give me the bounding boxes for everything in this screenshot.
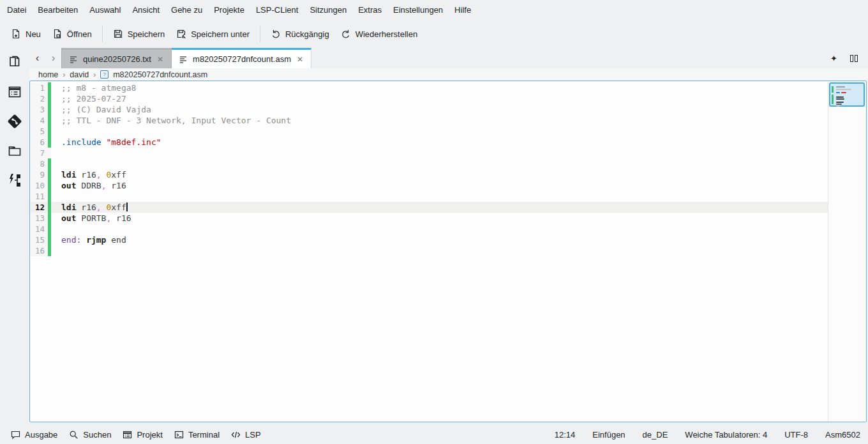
line-number[interactable]: 2	[30, 93, 48, 104]
menu-hilfe[interactable]: Hilfe	[449, 0, 477, 20]
line-number[interactable]: 15	[30, 234, 48, 245]
menu-gehe-zu[interactable]: Gehe zu	[165, 0, 208, 20]
project-toolview-button[interactable]: Projekt	[117, 428, 168, 441]
open-button-label: Öffnen	[67, 29, 92, 39]
sidebar-item-git[interactable]	[5, 113, 24, 130]
encoding[interactable]: UTF-8	[784, 430, 808, 440]
insert-mode[interactable]: Einfügen	[592, 430, 625, 440]
code-line[interactable]: 12ldi r16, 0xff	[30, 202, 828, 213]
line-number[interactable]: 12	[30, 202, 48, 213]
open-button[interactable]: Öffnen	[47, 25, 98, 43]
save-button[interactable]: Speichern	[107, 25, 171, 43]
line-number[interactable]: 10	[30, 180, 48, 191]
tab-close-button[interactable]: ✕	[156, 55, 164, 64]
line-number[interactable]: 8	[30, 158, 48, 169]
cursor-position[interactable]: 12:14	[555, 430, 576, 440]
new-button-label: Neu	[26, 29, 41, 39]
line-number[interactable]: 3	[30, 104, 48, 115]
code-line[interactable]: 5	[30, 126, 828, 137]
minimap-scrollbar[interactable]	[828, 81, 866, 422]
breadcrumb-filename[interactable]: m820250727dnfcount.asm	[113, 70, 207, 79]
code-line-text[interactable]: ;; (C) David Vajda	[51, 104, 828, 115]
sidebar-item-filesystem[interactable]	[5, 142, 24, 159]
code-line[interactable]: 2;; 2025-07-27	[30, 93, 828, 104]
code-line[interactable]: 3;; (C) David Vajda	[30, 104, 828, 115]
menu-ansicht[interactable]: Ansicht	[126, 0, 165, 20]
tab-close-button[interactable]: ✕	[296, 55, 304, 64]
code-line-text[interactable]: out DDRB, r16	[51, 180, 828, 191]
undo-button[interactable]: Rückgängig	[265, 25, 335, 43]
split-view-icon[interactable]	[850, 55, 858, 62]
code-line[interactable]: 16	[30, 245, 828, 256]
editor-lines[interactable]: 1;; m8 - atmega82;; 2025-07-273;; (C) Da…	[30, 81, 828, 422]
terminal-toolview-button[interactable]: Terminal	[168, 428, 225, 441]
menu-datei[interactable]: Datei	[1, 0, 32, 20]
line-number[interactable]: 16	[30, 245, 48, 256]
code-line-text[interactable]: ldi r16, 0xff	[51, 202, 828, 213]
text-cursor	[126, 203, 128, 211]
lsp-toolview-button[interactable]: LSP	[225, 428, 267, 441]
code-line[interactable]: 13out PORTB, r16	[30, 213, 828, 224]
redo-button[interactable]: Wiederherstellen	[335, 25, 424, 43]
code-line[interactable]: 14	[30, 224, 828, 234]
line-number[interactable]: 6	[30, 137, 48, 148]
code-line-text[interactable]: ;; 2025-07-27	[51, 93, 828, 104]
code-line[interactable]: 4;; TTL - DNF - 3 Network, Input Vector …	[30, 115, 828, 126]
code-line-text[interactable]	[51, 224, 828, 234]
code-line[interactable]: 6.include "m8def.inc"	[30, 137, 828, 148]
code-line-text[interactable]: ldi r16, 0xff	[51, 169, 828, 180]
code-line[interactable]: 7	[30, 148, 828, 158]
line-number[interactable]: 9	[30, 169, 48, 180]
code-line-text[interactable]: ;; m8 - atmega8	[51, 82, 828, 93]
menu-auswahl[interactable]: Auswahl	[84, 0, 126, 20]
line-number[interactable]: 14	[30, 224, 48, 234]
code-line-text[interactable]	[51, 158, 828, 169]
code-line[interactable]: 10out DDRB, r16	[30, 180, 828, 191]
tab-m820250727dnfcount[interactable]: m820250727dnfcount.asm ✕	[172, 48, 311, 68]
syntax-mode[interactable]: Asm6502	[825, 430, 860, 440]
line-number[interactable]: 5	[30, 126, 48, 137]
new-document-icon	[11, 29, 21, 39]
new-button[interactable]: Neu	[5, 25, 47, 43]
line-number[interactable]: 11	[30, 191, 48, 202]
sidebar-item-symbols[interactable]	[5, 84, 24, 100]
menu-projekte[interactable]: Projekte	[208, 0, 250, 20]
breadcrumb-home[interactable]: home	[38, 70, 58, 79]
line-number[interactable]: 13	[30, 213, 48, 224]
code-line-text[interactable]: end: rjmp end	[51, 234, 828, 245]
menu-bearbeiten[interactable]: Bearbeiten	[32, 0, 84, 20]
sidebar-item-documents[interactable]	[5, 54, 24, 71]
tab-width[interactable]: Weiche Tabulatoren: 4	[685, 430, 767, 440]
code-line-text[interactable]	[51, 148, 828, 158]
line-number[interactable]: 7	[30, 148, 48, 158]
search-toolview-button[interactable]: Suchen	[63, 428, 117, 441]
code-line-text[interactable]	[51, 245, 828, 256]
code-line-text[interactable]: .include "m8def.inc"	[51, 137, 828, 148]
save-as-button[interactable]: Speichern unter	[170, 25, 255, 43]
output-toolview-button[interactable]: Ausgabe	[5, 428, 63, 441]
line-number[interactable]: 4	[30, 115, 48, 126]
code-line[interactable]: 8	[30, 158, 828, 169]
code-line[interactable]: 9ldi r16, 0xff	[30, 169, 828, 180]
breadcrumb-david[interactable]: david	[70, 70, 89, 79]
tab-history-forward-button[interactable]: ›	[45, 48, 61, 68]
project-icon	[123, 430, 132, 440]
tab-history-back-button[interactable]: ‹	[29, 48, 45, 68]
menu-extras[interactable]: Extras	[352, 0, 387, 20]
code-line[interactable]: 1;; m8 - atmega8	[30, 82, 828, 93]
pin-icon[interactable]: ✦	[830, 54, 837, 63]
code-line-text[interactable]	[51, 126, 828, 137]
code-line[interactable]: 15end: rjmp end	[30, 234, 828, 245]
code-line-text[interactable]	[51, 191, 828, 202]
code-line-text[interactable]: out PORTB, r16	[51, 213, 828, 224]
code-line[interactable]: 11	[30, 191, 828, 202]
tab-quine20250726[interactable]: quine20250726.txt ✕	[61, 48, 172, 68]
menu-sitzungen[interactable]: Sitzungen	[304, 0, 352, 20]
menu-lsp-client[interactable]: LSP-CLient	[250, 0, 304, 20]
line-number[interactable]: 1	[30, 82, 48, 93]
minimap-viewport[interactable]	[829, 82, 865, 107]
menu-einstellungen[interactable]: Einstellungen	[387, 0, 449, 20]
dictionary-locale[interactable]: de_DE	[643, 430, 668, 440]
sidebar-item-external-tools[interactable]	[5, 172, 24, 188]
code-line-text[interactable]: ;; TTL - DNF - 3 Network, Input Vector -…	[51, 115, 828, 126]
